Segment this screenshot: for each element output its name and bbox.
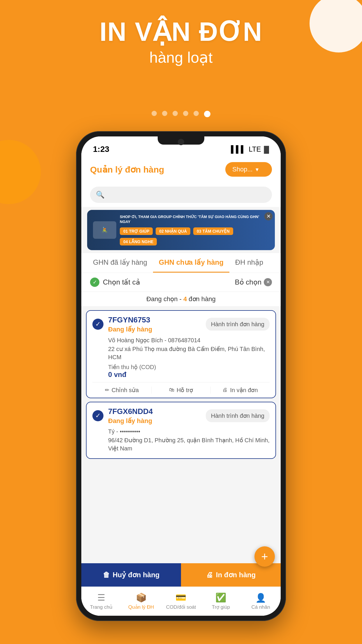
order-2-checkbox[interactable]: ✓	[92, 410, 103, 421]
dot-3[interactable]	[173, 111, 178, 116]
phone-camera	[178, 139, 184, 145]
select-all-check[interactable]: ✓	[90, 278, 99, 287]
nav-profile[interactable]: 👤 Cá nhân	[241, 587, 281, 616]
order-1-actions: ✏ Chỉnh sửa 🛍 Hỗ trợ 🖨 In vận đơn	[92, 382, 270, 398]
search-icon: 🔍	[96, 191, 105, 199]
banner-text: SHOP ƠI, THAM GIA GROUP CHÍNH THỨC 'TÂM …	[120, 215, 269, 224]
tabs-bar: GHN đã lấy hàng GHN chưa lấy hàng ĐH nhậ…	[81, 253, 281, 273]
order-card-2[interactable]: ✓ 7FGX6NDD4 Đang lấy hàng Hành trình đơn…	[86, 402, 276, 459]
phone-outer: 1:23 ▌▌▌ LTE ▓ Quản lý đơn hàng Shop... …	[76, 131, 286, 621]
status-time: 1:23	[93, 145, 109, 154]
order-1-edit-btn[interactable]: ✏ Chỉnh sửa	[92, 387, 151, 394]
nav-orders[interactable]: 📦 Quản lý ĐH	[121, 587, 161, 616]
order-2-info: Tý - •••••••••• 96/42 Đường D1, Phường 2…	[87, 427, 275, 458]
order-2-id: 7FGX6NDD4	[108, 407, 153, 416]
tab-ghn-da-lay[interactable]: GHN đã lấy hàng	[87, 253, 153, 273]
order-1-cod-label: Tiền thu hộ (COD)	[108, 364, 270, 371]
print-icon: 🖨	[222, 387, 228, 393]
order-1-id: 7FGYN6753	[108, 315, 152, 324]
order-1-left: ✓ 7FGYN6753 Đang lấy hàng	[92, 315, 152, 333]
bg-circle-left	[0, 140, 41, 204]
nav-home[interactable]: ☰ Trang chủ	[81, 587, 121, 616]
home-icon: ☰	[97, 592, 105, 603]
order-2-journey-btn[interactable]: Hành trình đơn hàng	[206, 409, 270, 422]
page-header: IN VẬN ĐƠN hàng loạt	[0, 17, 362, 66]
order-1-info: Võ Hoàng Ngọc Bích - 0876487014 22 cư xá…	[87, 336, 275, 382]
deselect-label: Bỏ chọn	[235, 278, 261, 286]
status-icons: ▌▌▌ LTE ▓	[231, 145, 269, 153]
order-2-left: ✓ 7FGX6NDD4 Đang lấy hàng	[92, 407, 153, 425]
dot-2[interactable]	[162, 111, 167, 116]
cod-icon: 💳	[175, 592, 186, 603]
network-label: LTE	[249, 145, 261, 153]
print-order-button[interactable]: 🖨 In đơn hàng	[181, 563, 281, 587]
order-1-checkbox[interactable]: ✓	[92, 319, 103, 330]
banner-tag-3: 03 TÂM CHUYỆN	[193, 227, 233, 235]
deselect-button[interactable]: Bỏ chọn ✕	[235, 278, 272, 286]
tab-dh-nhap[interactable]: ĐH nhập	[229, 253, 269, 273]
nav-cod-label: COD/đối soát	[166, 604, 196, 610]
shop-selector-text: Shop...	[232, 166, 253, 173]
phone-screen: 1:23 ▌▌▌ LTE ▓ Quản lý đơn hàng Shop... …	[81, 136, 281, 616]
banner-tags: 01 TRỢ GIÚP 02 NHẬN QUÀ 03 TÂM CHUYỆN 04…	[120, 227, 269, 245]
print-btn-icon: 🖨	[206, 571, 213, 579]
select-all-label: Chọn tất cả	[103, 278, 140, 286]
page-title-line2: hàng loạt	[0, 49, 362, 66]
app-content: Quản lý đơn hàng Shop... ▾ 🔍 ✕	[81, 156, 281, 616]
banner-close-button[interactable]: ✕	[264, 212, 273, 220]
page-title-line1: IN VẬN ĐƠN	[0, 17, 362, 46]
nav-cod[interactable]: 💳 COD/đối soát	[161, 587, 201, 616]
nav-support[interactable]: ✅ Trợ giúp	[201, 587, 241, 616]
banner-tag-1: 01 TRỢ GIÚP	[120, 227, 153, 235]
cancel-label: Huỷ đơn hàng	[113, 571, 160, 579]
pagination-dots	[0, 111, 362, 117]
battery-icon: ▓	[264, 145, 269, 153]
order-1-cod-amount: 0 vnđ	[108, 371, 270, 379]
order-1-journey-btn[interactable]: Hành trình đơn hàng	[206, 318, 270, 331]
order-2-status: Đang lấy hàng	[108, 417, 153, 425]
dot-4[interactable]	[183, 111, 188, 116]
order-1-status: Đang lấy hàng	[108, 326, 152, 333]
select-all-bar: ✓ Chọn tất cả Bỏ chọn ✕	[81, 273, 281, 292]
order-card-2-header: ✓ 7FGX6NDD4 Đang lấy hàng Hành trình đơn…	[87, 402, 275, 427]
selected-count: 4	[183, 295, 187, 303]
order-card-1-header: ✓ 7FGYN6753 Đang lấy hàng Hành trình đơn…	[87, 311, 275, 336]
order-1-print-btn[interactable]: 🖨 In vận đơn	[210, 387, 270, 394]
tab-ghn-chua-lay[interactable]: GHN chưa lấy hàng	[153, 253, 229, 273]
dropdown-arrow-icon: ▾	[256, 166, 259, 173]
search-bar-container: 🔍	[81, 183, 281, 207]
search-input-wrap[interactable]: 🔍	[90, 187, 272, 203]
signal-icon: ▌▌▌	[231, 145, 246, 153]
nav-profile-label: Cá nhân	[251, 604, 270, 610]
selecting-info: Đang chọn - 4 đơn hàng	[81, 292, 281, 307]
banner-tag-2: 02 NHẬN QUÀ	[156, 227, 190, 235]
banner-tag-4: 04 LẮNG NGHE	[120, 238, 157, 245]
app-header-title: Quản lý đơn hàng	[90, 164, 164, 175]
profile-icon: 👤	[255, 593, 266, 603]
dot-6-active[interactable]	[204, 111, 210, 117]
order-1-support-btn[interactable]: 🛍 Hỗ trợ	[151, 387, 210, 394]
bottom-action-bar: 🗑 Huỷ đơn hàng 🖨 In đơn hàng	[81, 563, 281, 587]
dot-5[interactable]	[194, 111, 199, 116]
deselect-icon: ✕	[264, 278, 272, 286]
edit-icon: ✏	[105, 387, 109, 393]
select-all-left[interactable]: ✓ Chọn tất cả	[90, 278, 140, 287]
cancel-order-button[interactable]: 🗑 Huỷ đơn hàng	[81, 563, 181, 587]
order-2-id-status: 7FGX6NDD4 Đang lấy hàng	[108, 407, 153, 425]
nav-orders-label: Quản lý ĐH	[128, 604, 154, 610]
order-2-customer: Tý - ••••••••••	[108, 428, 270, 435]
banner-illustration: 🚴	[93, 221, 116, 239]
order-2-address: 96/42 Đường D1, Phường 25, quận Bình Thạ…	[108, 436, 270, 452]
promotional-banner[interactable]: ✕ 🚴 SHOP ƠI, THAM GIA GROUP CHÍNH THỨC '…	[87, 210, 275, 250]
shop-selector[interactable]: Shop... ▾	[225, 162, 272, 177]
order-1-customer: Võ Hoàng Ngọc Bích - 0876487014	[108, 337, 270, 344]
order-card-1[interactable]: ✓ 7FGYN6753 Đang lấy hàng Hành trình đơn…	[86, 310, 276, 398]
phone-mockup: 1:23 ▌▌▌ LTE ▓ Quản lý đơn hàng Shop... …	[76, 131, 286, 621]
fab-add-button[interactable]: +	[254, 546, 275, 567]
cancel-icon: 🗑	[103, 571, 110, 579]
support-icon: 🛍	[169, 387, 174, 393]
orders-icon: 📦	[136, 592, 147, 603]
app-header: Quản lý đơn hàng Shop... ▾	[81, 156, 281, 183]
print-label: In đơn hàng	[216, 571, 256, 579]
dot-1[interactable]	[152, 111, 157, 116]
